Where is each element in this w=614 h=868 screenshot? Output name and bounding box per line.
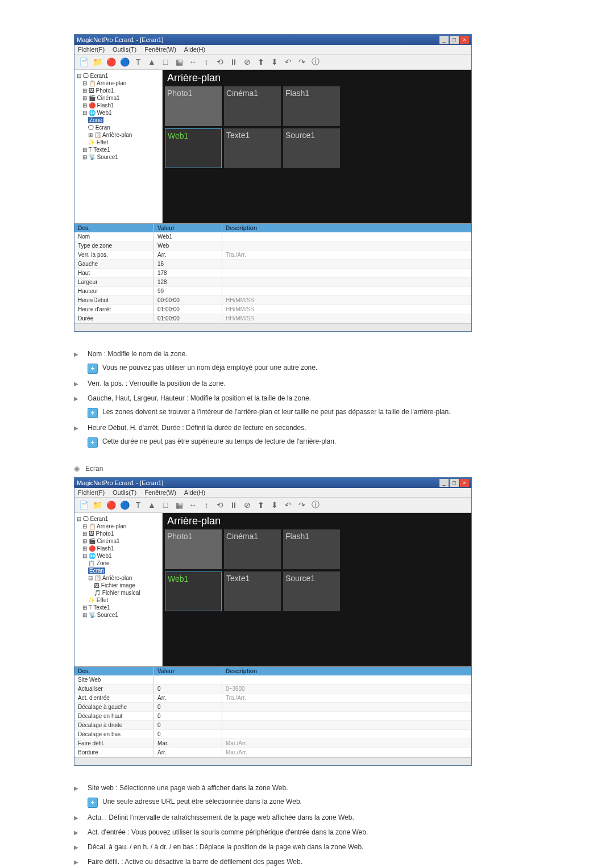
tree-item[interactable]: ⊟ 📋 Arrière-plan xyxy=(77,523,160,530)
property-row[interactable]: Largeur128 xyxy=(74,278,471,287)
menu-file[interactable]: Fichier(F) xyxy=(78,489,105,496)
tree-item[interactable]: ⊞ T Texte1 xyxy=(77,146,160,153)
zone-flash[interactable]: Flash1 xyxy=(283,86,340,126)
tool-icon[interactable]: ⬇ xyxy=(269,56,280,68)
property-row[interactable]: Décalage en haut0 xyxy=(74,712,471,721)
tool-icon[interactable]: □ xyxy=(160,499,171,511)
tool-icon[interactable]: ↷ xyxy=(296,499,308,511)
property-row[interactable]: Décalage en bas0 xyxy=(74,730,471,739)
close-button[interactable]: × xyxy=(460,479,469,487)
tool-icon[interactable]: ⓘ xyxy=(310,499,321,511)
tool-icon[interactable]: 🔵 xyxy=(119,499,130,511)
tool-icon[interactable]: ⬆ xyxy=(255,56,267,68)
zone-cinema[interactable]: Cinéma1 xyxy=(224,529,281,569)
tree-item[interactable]: ⊞ 🔴 Flash1 xyxy=(77,545,160,552)
tool-icon[interactable]: ↶ xyxy=(283,499,294,511)
tool-icon[interactable]: ↕ xyxy=(201,499,212,511)
tree-item[interactable]: ⊞ 🖼 Photo1 xyxy=(77,530,160,537)
menu-file[interactable]: Fichier(F) xyxy=(78,46,105,53)
zone-text[interactable]: Texte1 xyxy=(224,571,281,611)
tree-item[interactable]: ⊞ 📡 Source1 xyxy=(77,611,160,619)
tool-icon[interactable]: □ xyxy=(160,56,171,68)
property-row[interactable]: Haut178 xyxy=(74,269,471,278)
scrollbar[interactable] xyxy=(74,323,471,331)
zone-source[interactable]: Source1 xyxy=(283,571,340,611)
maximize-button[interactable]: □ xyxy=(450,36,459,44)
tool-icon[interactable]: ▲ xyxy=(146,499,157,511)
zone-photo[interactable]: Photo1 xyxy=(165,529,222,569)
menu-window[interactable]: Fenêtre(W) xyxy=(144,46,176,53)
tool-icon[interactable]: ⓘ xyxy=(310,56,321,68)
tree-item[interactable]: ⊟ 📋 Arrière-plan xyxy=(77,80,160,87)
tree-item[interactable]: Zone xyxy=(77,116,160,124)
tree-item[interactable]: ⊟ 🌐 Web1 xyxy=(77,109,160,116)
zone-flash[interactable]: Flash1 xyxy=(283,529,340,569)
tree-item[interactable]: ⊞ 🔴 Flash1 xyxy=(77,102,160,109)
menu-tools[interactable]: Outils(T) xyxy=(113,489,136,496)
tree-item[interactable]: ⊞ 🎬 Cinéma1 xyxy=(77,537,160,545)
tool-icon[interactable]: ⬇ xyxy=(269,499,280,511)
property-row[interactable]: Heure d'arrêt01:00:00HH/MM/SS xyxy=(74,305,471,314)
menu-tools[interactable]: Outils(T) xyxy=(113,46,136,53)
tool-icon[interactable]: ▦ xyxy=(173,56,185,68)
tool-icon[interactable]: ⟲ xyxy=(214,499,226,511)
tree-item[interactable]: ⊞ 🖼 Photo1 xyxy=(77,87,160,94)
tree-item[interactable]: ⊞ 🎬 Cinéma1 xyxy=(77,94,160,102)
maximize-button[interactable]: □ xyxy=(450,479,459,487)
tree-item[interactable]: ✨ Effet xyxy=(77,139,160,146)
tree-item[interactable]: 🖼 Fichier image xyxy=(77,582,160,589)
zone-photo[interactable]: Photo1 xyxy=(165,86,222,126)
tree-item[interactable]: Ecran xyxy=(77,567,160,574)
tool-icon[interactable]: ↶ xyxy=(283,56,294,68)
zone-source[interactable]: Source1 xyxy=(283,128,340,168)
tool-icon[interactable]: ⬆ xyxy=(255,499,267,511)
tree-item[interactable]: ⊞ 📡 Source1 xyxy=(77,153,160,161)
property-row[interactable]: Verr. la pos.Arr.Tra./Arr. xyxy=(74,251,471,260)
zone-cinema[interactable]: Cinéma1 xyxy=(224,86,281,126)
menu-window[interactable]: Fenêtre(W) xyxy=(144,489,176,496)
tool-icon[interactable]: 🔴 xyxy=(105,499,117,511)
tool-icon[interactable]: ▦ xyxy=(173,499,185,511)
tool-icon[interactable]: ↔ xyxy=(187,499,198,511)
property-row[interactable]: Gauche16 xyxy=(74,260,471,269)
property-row[interactable]: Durée01:00:00HH/MM/SS xyxy=(74,314,471,323)
tool-icon[interactable]: T xyxy=(132,499,144,511)
zone-text[interactable]: Texte1 xyxy=(224,128,281,168)
property-row[interactable]: Act. d'entréeArr.Tra./Arr. xyxy=(74,694,471,703)
tool-icon[interactable]: 📄 xyxy=(78,56,89,68)
tree-item[interactable]: ✨ Effet xyxy=(77,596,160,604)
tree-item[interactable]: 🎵 Fichier musical xyxy=(77,589,160,596)
minimize-button[interactable]: _ xyxy=(439,36,449,44)
tree-item[interactable]: 🖵 Ecran xyxy=(77,124,160,131)
tool-icon[interactable]: ⟲ xyxy=(214,56,226,68)
tool-icon[interactable]: 🔵 xyxy=(119,56,130,68)
tree-item[interactable]: ⊟ 📋 Arrière-plan xyxy=(77,574,160,582)
tool-icon[interactable]: ▲ xyxy=(146,56,157,68)
zone-web[interactable]: Web1 xyxy=(165,128,222,168)
tree-item[interactable]: ⊟ 🖵 Ecran1 xyxy=(77,515,160,523)
property-row[interactable]: Site Web xyxy=(74,675,471,685)
tool-icon[interactable]: ⏸ xyxy=(228,56,239,68)
property-row[interactable]: Hauteur99 xyxy=(74,287,471,296)
property-row[interactable]: Type de zoneWeb xyxy=(74,241,471,251)
property-row[interactable]: Actualiser00~3600 xyxy=(74,685,471,694)
tool-icon[interactable]: ↔ xyxy=(187,56,198,68)
tree-item[interactable]: ⊞ T Texte1 xyxy=(77,604,160,611)
zone-web[interactable]: Web1 xyxy=(165,571,222,611)
tree-item[interactable]: ⊞ 📋 Arrière-plan xyxy=(77,131,160,139)
tool-icon[interactable]: ⊘ xyxy=(242,499,253,511)
tool-icon[interactable]: 🔴 xyxy=(105,56,117,68)
tool-icon[interactable]: ⊘ xyxy=(242,56,253,68)
property-row[interactable]: NomWeb1 xyxy=(74,232,471,241)
tool-icon[interactable]: T xyxy=(132,56,144,68)
close-button[interactable]: × xyxy=(460,36,469,44)
tool-icon[interactable]: ↕ xyxy=(201,56,212,68)
tool-icon[interactable]: 📄 xyxy=(78,499,89,511)
menu-help[interactable]: Aide(H) xyxy=(184,46,205,53)
property-row[interactable]: Décalage à gauche0 xyxy=(74,703,471,712)
scrollbar[interactable] xyxy=(74,757,471,765)
property-row[interactable]: BordureArr.Mar./Arr. xyxy=(74,748,471,757)
tool-icon[interactable]: 📁 xyxy=(92,56,103,68)
tree-item[interactable]: ⊟ 🌐 Web1 xyxy=(77,552,160,560)
property-row[interactable]: Décalage à droite0 xyxy=(74,721,471,730)
